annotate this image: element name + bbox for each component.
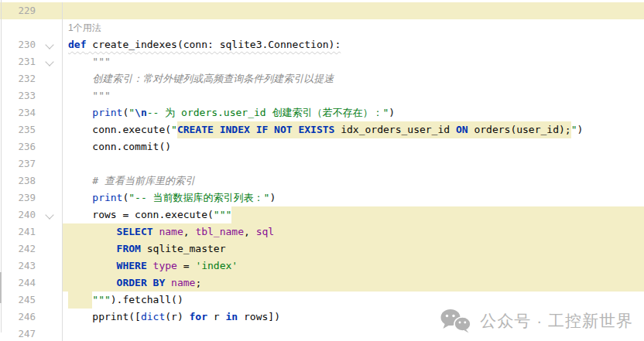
code-token: SELECT [68,223,153,240]
line-number[interactable]: 232 [0,70,36,87]
fold-chevron-icon[interactable] [45,40,53,49]
code-line: 237 [0,155,644,172]
usages-inlay-hint[interactable]: 1个用法 [68,19,101,36]
code-content[interactable]: conn.execute("CREATE INDEX IF NOT EXISTS… [62,121,644,138]
fold-column [36,155,62,172]
fold-column[interactable] [36,53,62,70]
code-token: conn.execute( [68,121,171,138]
code-line: 238 # 查看当前库里的索引 [0,172,644,189]
line-number[interactable]: 239 [0,189,36,206]
code-token: ) [389,104,395,121]
code-rows: 2291个用法230def create_indexes(conn: sqlit… [0,2,644,341]
fold-column [36,70,62,87]
code-token: rows]) [238,309,280,326]
code-line: 244 ORDER BY name; [0,275,644,292]
line-number[interactable]: 233 [0,87,36,104]
code-token: name [159,223,183,240]
line-number[interactable]: 241 [0,223,36,240]
code-content[interactable]: 1个用法 [62,19,644,36]
code-content[interactable]: """ [62,53,644,70]
code-token: ; [195,275,201,292]
code-token: FROM [68,240,141,257]
fold-column[interactable] [36,206,62,223]
fold-column [36,275,62,292]
code-content[interactable] [62,2,644,19]
injected-sql-highlight [231,206,644,223]
code-token: 创建索引：常对外键列或高频查询条件列建索引以提速 [68,70,334,87]
code-content[interactable]: # 查看当前库里的索引 [62,172,644,189]
fold-column [36,189,62,206]
fold-column [36,104,62,121]
code-token: """ [68,87,111,104]
fold-column [36,19,62,36]
code-content[interactable]: print("\n-- 为 orders.user_id 创建索引（若不存在）：… [62,104,644,121]
fold-column [36,309,62,326]
code-content[interactable]: ORDER BY name; [62,275,644,292]
code-token [68,292,92,309]
code-content[interactable]: WHERE type = 'index' [62,257,644,275]
code-token: name [171,275,195,292]
code-token: ORDER BY [68,275,165,292]
line-number[interactable]: 238 [0,172,36,189]
line-number[interactable]: 246 [0,309,36,326]
inlay-row: 1个用法 [0,19,644,36]
code-content[interactable]: FROM sqlite_master [62,240,644,257]
code-token: CREATE INDEX IF NOT EXISTS [177,121,335,138]
code-line: 241 SELECT name, tbl_name, sql [0,223,644,240]
line-number[interactable]: 231 [0,53,36,70]
fold-column [36,172,62,189]
code-content[interactable]: """ [62,87,644,104]
code-content[interactable]: SELECT name, tbl_name, sql [62,223,644,240]
line-number[interactable]: 242 [0,240,36,257]
watermark-text: 公众号 · 工控新世界 [480,312,633,329]
fold-column [36,121,62,138]
code-content[interactable]: rows = conn.execute(""" [62,206,644,223]
line-number[interactable]: 230 [0,36,36,53]
fold-column [36,2,62,19]
line-number[interactable]: 234 [0,104,36,121]
line-number[interactable]: 243 [0,257,36,275]
code-token: , [244,223,256,240]
code-token: def [68,39,86,50]
code-token: ) [269,189,276,206]
fold-column [36,292,62,309]
line-number[interactable]: 240 [0,206,36,223]
code-token: ( [122,189,128,206]
line-number[interactable]: 244 [0,275,36,292]
code-content[interactable]: 创建索引：常对外键列或高频查询条件列建索引以提速 [62,70,644,87]
code-token: orders(user_id); [468,121,571,138]
code-token: """ [68,53,111,70]
code-content[interactable]: """).fetchall() [62,292,644,309]
code-token: ).fetchall() [111,292,183,309]
line-number[interactable]: 235 [0,121,36,138]
fold-column [36,240,62,257]
fold-column [36,326,62,341]
line-number[interactable]: 237 [0,155,36,172]
code-content[interactable]: conn.commit() [62,138,644,155]
code-token: 'index' [195,257,238,275]
line-number[interactable]: 229 [0,2,36,19]
code-token: tbl_name [195,223,244,240]
code-token: sqlite_master [141,240,226,257]
code-token: ( [122,104,128,121]
code-line: 232 创建索引：常对外键列或高频查询条件列建索引以提速 [0,70,644,87]
code-token: -- 为 orders.user_id 创建索引（若不存在）：" [147,104,389,121]
code-token: dict [141,309,165,326]
fold-chevron-icon[interactable] [45,57,53,66]
line-number[interactable]: 236 [0,138,36,155]
code-content[interactable]: print("-- 当前数据库的索引列表：") [62,189,644,206]
code-token: " [128,104,135,121]
fold-chevron-icon[interactable] [45,210,53,219]
fold-column[interactable] [36,36,62,53]
code-line: 245 """).fetchall() [0,292,644,309]
code-content[interactable] [62,155,644,172]
line-number [0,19,36,36]
code-token: " [571,121,577,138]
code-content[interactable]: def create_indexes(conn: sqlite3.Connect… [62,36,644,53]
code-token: \n [135,104,147,121]
code-token: """ [92,292,110,309]
line-number[interactable]: 247 [0,326,36,341]
line-number[interactable]: 245 [0,292,36,309]
code-line: 240 rows = conn.execute(""" [0,206,644,223]
fold-column [36,223,62,240]
